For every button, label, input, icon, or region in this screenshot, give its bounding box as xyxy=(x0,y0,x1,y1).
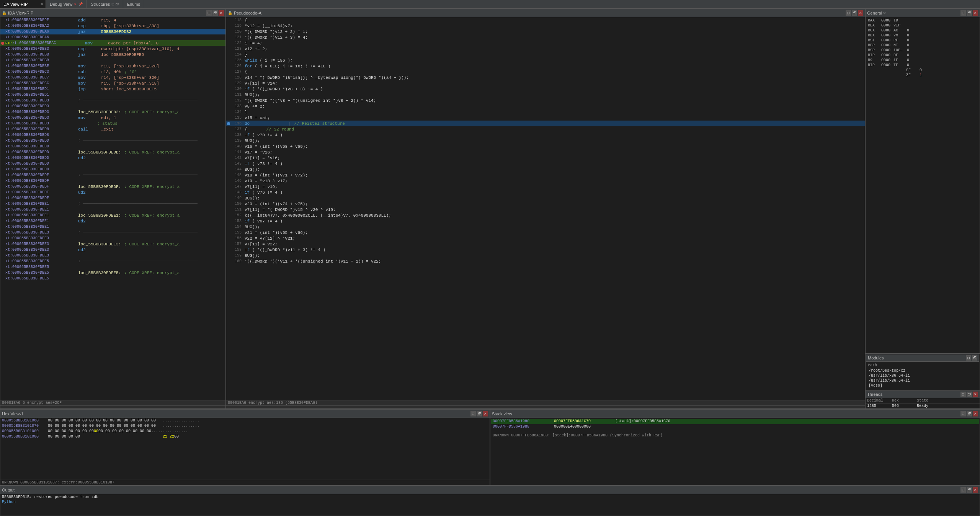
code-line[interactable]: xt:000055B8B30FDED3; ───────────────────… xyxy=(0,98,225,103)
code-line[interactable]: xt:000055B8B30FDEA6 jnz 55B8B30FDDB2 xyxy=(0,29,225,34)
general-tile-btn[interactable]: ⊡ xyxy=(960,10,966,16)
code-line[interactable]: xt:000055B8B30FDEDF; ───────────────────… xyxy=(0,172,225,178)
code-line[interactable]: xt:000055B8B30FDEA2 cmp rbp, [rsp+338h+v… xyxy=(0,23,225,29)
pseudo-line[interactable]: 128 v14 = *(_DWORD *)&fish[j] ^ _byteswa… xyxy=(226,75,865,80)
code-line[interactable]: xt:000055B8B30FDEDD xyxy=(0,167,225,172)
pseudo-line[interactable]: 132 *((_DWORD *)(*v8 + *((unsigned int *… xyxy=(226,98,865,103)
code-line[interactable]: xt:000055B8B30FDEDF loc_55B8B30FDEDF: ; … xyxy=(0,184,225,189)
code-line[interactable]: xt:000055B8B30FDED3 xyxy=(0,103,225,109)
pseudo-line[interactable]: 139 BUG(); xyxy=(226,138,865,144)
code-line[interactable]: xt:000055B8B30FDEDD xyxy=(0,144,225,149)
code-line[interactable]: xt:000055B8B30FDEE1; ───────────────────… xyxy=(0,201,225,207)
pseudo-line[interactable]: 135v15 = cat; xyxy=(226,115,865,121)
pseudo-line[interactable]: 141 v17 = *v16; xyxy=(226,149,865,155)
pseudo-line[interactable]: 136 do | // Feistel structure xyxy=(226,121,865,126)
stack-row[interactable]: 00007FFD586A1988 000000E400000000 xyxy=(491,424,979,429)
code-line[interactable]: xt:000055B8B30FDED3; status xyxy=(0,121,225,126)
stack-view-content[interactable]: 00007FFD586A1980 00007FFD586A1C70 [stack… xyxy=(490,418,980,485)
code-line[interactable]: xt:000055B8B30FDEE5; ───────────────────… xyxy=(0,258,225,264)
output-tile-btn[interactable]: ⊡ xyxy=(960,487,966,493)
pseudo-line[interactable]: 143 if ( v73 != 4 ) xyxy=(226,161,865,167)
pseudo-line[interactable]: 124} xyxy=(226,52,865,57)
pseudo-line[interactable]: 154 BUG(); xyxy=(226,224,865,230)
code-line[interactable]: xt:000055B8B30FDEDF xyxy=(0,178,225,184)
pseudo-line[interactable]: 146 v19 = *v18 ^ v17; xyxy=(226,178,865,184)
hex-line[interactable]: 000055B8B3101060 00 00 00 00 00 00 00 00… xyxy=(0,418,490,423)
python-prompt[interactable]: Python xyxy=(2,500,978,504)
pseudo-line[interactable]: 123 v12 += 2; xyxy=(226,46,865,52)
code-line[interactable]: xt:000055B8B30FDEBE mov r13, [rsp+338h+v… xyxy=(0,63,225,69)
stack-view-tile-btn[interactable]: ⊡ xyxy=(960,411,966,416)
pseudo-line[interactable]: 126for ( j = 0LL; j != 16; j += 4LL ) xyxy=(226,63,865,69)
modules-float-btn[interactable]: 🗗 xyxy=(972,355,977,361)
path-item[interactable]: /usr/lib/x86_64-li xyxy=(868,373,977,378)
pseudo-line[interactable]: 142 v7[11] = *v16; xyxy=(226,155,865,161)
path-item[interactable]: [vdso] xyxy=(868,383,977,388)
code-line[interactable]: xt:000055B8B30FDEE3 loc_55B8B30FDEE3: ; … xyxy=(0,241,225,247)
ida-view-tile-btn[interactable]: ⊡ xyxy=(206,10,212,16)
ida-view-float-btn[interactable]: 🗗 xyxy=(212,10,218,16)
pseudo-line[interactable]: 147 v7[11] = v19; xyxy=(226,184,865,189)
pseudo-line[interactable]: 144 BUG(); xyxy=(226,167,865,172)
path-item[interactable]: /root/Desktop/xz xyxy=(868,368,977,373)
pseudo-line[interactable]: 125while ( i != 196 ); xyxy=(226,57,865,63)
pseudo-line[interactable]: 130 if ( *((_DWORD *)v8 + 3) != 4 ) xyxy=(226,86,865,92)
pseudo-line[interactable]: 129 v7[11] = v14; xyxy=(226,80,865,86)
pseudo-line[interactable]: 159 BUG(); xyxy=(226,253,865,258)
code-line[interactable]: xt:000055B8B30FDEBB jnz loc_55B8B30FDEFE… xyxy=(0,52,225,57)
code-line[interactable]: xt:000055B8B30FDEE5 xyxy=(0,264,225,270)
pseudo-line[interactable]: 120 *((_DWORD *)v12 + 2) = i; xyxy=(226,29,865,34)
code-line[interactable]: xt:000055B8B30FDED1 xyxy=(0,92,225,98)
close-icon[interactable]: ✕ xyxy=(40,2,43,6)
code-line[interactable]: xt:000055B8B30FDEDD xyxy=(0,161,225,167)
general-close-btn[interactable]: ✕ xyxy=(973,10,978,16)
code-line[interactable]: xt:000055B8B30FDECC mov r15, [rsp+338h+v… xyxy=(0,80,225,86)
code-line[interactable]: xt:000055B8B30FDEDDud2 xyxy=(0,155,225,161)
pseudo-line[interactable]: 158 if ( *((_DWORD *)v11 + 3) != 4 ) xyxy=(226,247,865,253)
code-line[interactable]: xt:000055B8B30FDEE3 xyxy=(0,253,225,258)
code-line[interactable]: xt:000055B8B30FDE9E add r15, 4 xyxy=(0,17,225,23)
code-line[interactable]: xt:000055B8B30FDED3 loc_55B8B30FDED3: ; … xyxy=(0,109,225,115)
code-line-rip[interactable]: RIP xt:000055B8B30FDEAC mov dword ptr [r… xyxy=(0,40,225,46)
tab-debug-view[interactable]: Debug View ✕ 📌 xyxy=(46,0,87,8)
code-line[interactable]: xt:000055B8B30FDEDD loc_55B8B30FDEDD: ; … xyxy=(0,149,225,155)
code-line[interactable]: xt:000055B8B30FDEE5 xyxy=(0,276,225,281)
general-float-btn[interactable]: 🗗 xyxy=(967,10,972,16)
hex-line[interactable]: 000055B8B3101070 00 00 00 00 00 00 00 00… xyxy=(0,423,490,429)
threads-close-btn[interactable]: ✕ xyxy=(973,392,978,397)
tab-structures[interactable]: Structures ⊡ 🗗 xyxy=(87,0,123,8)
pseudo-line[interactable]: 155 v21 = (int *)(v65 + v66); xyxy=(226,230,865,235)
output-close-btn[interactable]: ✕ xyxy=(973,487,978,493)
hex-line[interactable]: 000055B8B3101000 00 00 00 00 00 22 22 00 xyxy=(0,434,490,439)
debug-pin-icon[interactable]: 📌 xyxy=(78,2,83,6)
pseudo-tile-btn[interactable]: ⊡ xyxy=(846,10,851,16)
hex-line[interactable]: 000055B8B3101080 00 00 00 00 00 00 00 00… xyxy=(0,429,490,434)
pseudo-line[interactable]: 133 v8 += 2; xyxy=(226,103,865,109)
code-line[interactable]: xt:000055B8B30FDEE3ud2 xyxy=(0,247,225,253)
pseudo-line[interactable]: 137{// 32 round xyxy=(226,126,865,132)
pseudo-close-btn[interactable]: ✕ xyxy=(858,10,863,16)
path-item[interactable]: /usr/lib/x86_64-li xyxy=(868,378,977,383)
code-line[interactable]: xt:000055B8B30FDEE1 loc_55B8B30FDEE1: ; … xyxy=(0,212,225,218)
pseudo-line[interactable]: 131 BUG(); xyxy=(226,92,865,98)
pseudo-line[interactable]: 152 ks(__int64)v7, 0x40000002CLL, (__int… xyxy=(226,212,865,218)
pseudo-line[interactable]: 156 v22 = v7[12] ^ *v21; xyxy=(226,235,865,241)
code-line[interactable]: xt:000055B8B30FDED1 jmp short loc_55B8B3… xyxy=(0,86,225,92)
tab-enums[interactable]: Enums xyxy=(123,0,144,8)
pseudo-line[interactable]: 118{ xyxy=(226,17,865,23)
pseudo-line[interactable]: 153 if ( v67 != 4 ) xyxy=(226,218,865,224)
hex-view-close-btn[interactable]: ✕ xyxy=(483,411,488,416)
code-line[interactable]: xt:000055B8B30FDEE1 xyxy=(0,224,225,230)
code-line[interactable]: xt:000055B8B30FDEC7 mov r14, [rsp+338h+v… xyxy=(0,75,225,80)
pseudo-line[interactable]: 134} xyxy=(226,109,865,115)
code-line[interactable]: xt:000055B8B30FDEE5 loc_55B8B30FDEE5: ; … xyxy=(0,270,225,276)
pseudo-line[interactable]: 148 if ( v76 != 4 ) xyxy=(226,189,865,195)
modules-tile-btn[interactable]: ⊡ xyxy=(966,355,971,361)
pseudo-line[interactable]: 122 i += 4; xyxy=(226,40,865,46)
pseudo-float-btn[interactable]: 🗗 xyxy=(852,10,857,16)
pseudo-line[interactable]: 119 *v12 = (__int64)v7; xyxy=(226,23,865,29)
hex-view-tile-btn[interactable]: ⊡ xyxy=(470,411,476,416)
code-line[interactable]: xt:000055B8B30FDEBB xyxy=(0,57,225,63)
hex-view-float-btn[interactable]: 🗗 xyxy=(477,411,482,416)
debug-close-icon[interactable]: ✕ xyxy=(74,2,77,6)
